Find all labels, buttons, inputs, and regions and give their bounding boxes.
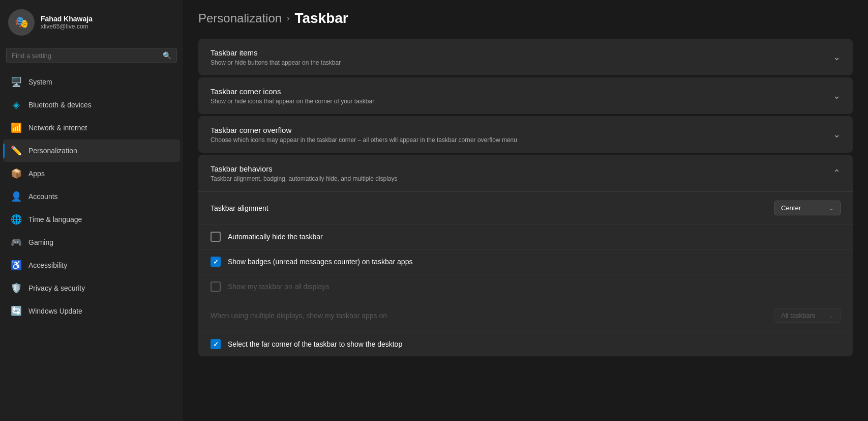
sidebar-item-system[interactable]: 🖥️ System	[3, 71, 180, 93]
taskbar-corner-overflow-section: Taskbar corner overflow Choose which ico…	[198, 116, 853, 153]
taskbar-corner-overflow-subtitle: Choose which icons may appear in the tas…	[211, 136, 517, 144]
breadcrumb-chevron: ›	[287, 14, 289, 23]
sidebar-item-label: Accounts	[28, 192, 58, 201]
taskbar-corner-icons-chevron: ⌄	[833, 90, 841, 101]
sidebar-item-label: Time & language	[28, 215, 82, 223]
search-input[interactable]	[12, 52, 159, 60]
auto-hide-row: Automatically hide the taskbar	[198, 224, 853, 249]
taskbar-behaviors-section: Taskbar behaviors Taskbar alignment, bad…	[198, 155, 853, 356]
badges-checkmark: ✓	[213, 258, 219, 266]
sidebar-item-network[interactable]: 📶 Network & internet	[3, 117, 180, 139]
breadcrumb-parent[interactable]: Personalization	[198, 11, 282, 25]
auto-hide-checkbox[interactable]	[211, 232, 221, 242]
taskbar-corner-icons-header[interactable]: Taskbar corner icons Show or hide icons …	[198, 77, 853, 114]
accounts-icon: 👤	[11, 191, 21, 202]
windows-update-icon: 🔄	[11, 306, 21, 316]
taskbar-items-chevron: ⌄	[833, 51, 841, 63]
auto-hide-label: Automatically hide the taskbar	[228, 233, 323, 241]
taskbar-items-section: Taskbar items Show or hide buttons that …	[198, 39, 853, 75]
sidebar-item-windows-update[interactable]: 🔄 Windows Update	[3, 300, 180, 322]
taskbar-behaviors-header[interactable]: Taskbar behaviors Taskbar alignment, bad…	[198, 155, 853, 191]
accessibility-icon: ♿	[11, 260, 21, 270]
sidebar-item-label: Accessibility	[28, 261, 67, 269]
sidebar-item-time[interactable]: 🌐 Time & language	[3, 208, 180, 231]
taskbar-items-subtitle: Show or hide buttons that appear on the …	[211, 59, 341, 66]
taskbar-corner-overflow-title: Taskbar corner overflow	[211, 126, 517, 134]
breadcrumb: Personalization › Taskbar	[198, 10, 853, 26]
taskbar-items-title: Taskbar items	[211, 48, 341, 57]
alignment-label: Taskbar alignment	[211, 204, 268, 212]
far-corner-label: Select the far corner of the taskbar to …	[228, 340, 402, 348]
taskbar-corner-icons-subtitle: Show or hide icons that appear on the co…	[211, 98, 374, 105]
avatar: 🎭	[8, 9, 35, 36]
taskbar-corner-icons-section: Taskbar corner icons Show or hide icons …	[198, 77, 853, 114]
badges-row: ✓ Show badges (unread messages counter) …	[198, 249, 853, 274]
taskbar-behaviors-chevron: ⌃	[833, 167, 841, 179]
sidebar-item-label: Bluetooth & devices	[28, 101, 92, 109]
alignment-value: Center	[781, 204, 801, 212]
multiple-displays-value: All taskbars	[781, 312, 815, 319]
time-icon: 🌐	[11, 214, 21, 224]
multiple-displays-label: When using multiple displays, show my ta…	[211, 312, 387, 320]
sidebar-item-label: Windows Update	[28, 307, 82, 315]
main-content: Personalization › Taskbar Taskbar items …	[183, 0, 868, 421]
taskbar-corner-icons-title-group: Taskbar corner icons Show or hide icons …	[211, 87, 374, 105]
far-corner-checkbox[interactable]: ✓	[211, 339, 221, 349]
user-name: Fahad Khawaja	[41, 15, 93, 23]
alignment-row: Taskbar alignment Center ⌄	[198, 192, 853, 224]
all-displays-label: Show my taskbar on all displays	[228, 283, 329, 291]
sidebar-item-label: Personalization	[28, 147, 77, 155]
taskbar-corner-overflow-header[interactable]: Taskbar corner overflow Choose which ico…	[198, 116, 853, 153]
search-icon: 🔍	[163, 51, 171, 60]
sidebar-item-personalization[interactable]: ✏️ Personalization	[3, 139, 180, 162]
sidebar-item-label: Privacy & security	[28, 284, 85, 292]
all-displays-row: Show my taskbar on all displays	[198, 274, 853, 299]
alignment-dropdown[interactable]: Center ⌄	[774, 201, 841, 215]
multiple-displays-dropdown[interactable]: All taskbars ⌄	[774, 308, 841, 323]
taskbar-items-title-group: Taskbar items Show or hide buttons that …	[211, 48, 341, 66]
taskbar-corner-overflow-title-group: Taskbar corner overflow Choose which ico…	[211, 126, 517, 144]
far-corner-checkmark: ✓	[213, 341, 219, 348]
sidebar-item-bluetooth[interactable]: ◈ Bluetooth & devices	[3, 94, 180, 116]
sidebar: 🎭 Fahad Khawaja xlive65@live.com 🔍 🖥️ Sy…	[0, 0, 183, 421]
taskbar-behaviors-subtitle: Taskbar alignment, badging, automaticall…	[211, 175, 398, 182]
search-container: 🔍	[0, 44, 183, 70]
taskbar-items-header[interactable]: Taskbar items Show or hide buttons that …	[198, 39, 853, 75]
taskbar-behaviors-title-group: Taskbar behaviors Taskbar alignment, bad…	[211, 164, 398, 182]
sidebar-item-gaming[interactable]: 🎮 Gaming	[3, 231, 180, 254]
taskbar-behaviors-title: Taskbar behaviors	[211, 164, 398, 173]
system-icon: 🖥️	[11, 77, 21, 87]
multiple-displays-chevron: ⌄	[829, 312, 834, 319]
taskbar-behaviors-content: Taskbar alignment Center ⌄ Automatically…	[198, 191, 853, 356]
user-email: xlive65@live.com	[41, 23, 93, 30]
badges-label: Show badges (unread messages counter) on…	[228, 258, 412, 266]
personalization-icon: ✏️	[11, 146, 21, 156]
search-box[interactable]: 🔍	[6, 48, 177, 63]
multiple-displays-row: When using multiple displays, show my ta…	[198, 299, 853, 332]
gaming-icon: 🎮	[11, 237, 21, 247]
privacy-icon: 🛡️	[11, 283, 21, 293]
apps-icon: 📦	[11, 169, 21, 179]
sidebar-item-accessibility[interactable]: ♿ Accessibility	[3, 254, 180, 276]
sidebar-item-apps[interactable]: 📦 Apps	[3, 162, 180, 185]
sidebar-item-accounts[interactable]: 👤 Accounts	[3, 185, 180, 208]
alignment-dropdown-chevron: ⌄	[829, 205, 834, 212]
user-profile: 🎭 Fahad Khawaja xlive65@live.com	[0, 0, 183, 44]
sidebar-item-label: System	[28, 78, 52, 86]
sidebar-item-label: Network & internet	[28, 124, 87, 132]
bluetooth-icon: ◈	[11, 100, 21, 110]
sidebar-item-label: Gaming	[28, 238, 53, 246]
taskbar-corner-overflow-chevron: ⌄	[833, 129, 841, 140]
far-corner-row: ✓ Select the far corner of the taskbar t…	[198, 332, 853, 356]
nav-list: 🖥️ System ◈ Bluetooth & devices 📶 Networ…	[0, 70, 183, 421]
user-info: Fahad Khawaja xlive65@live.com	[41, 15, 93, 30]
taskbar-corner-icons-title: Taskbar corner icons	[211, 87, 374, 96]
breadcrumb-current: Taskbar	[294, 10, 348, 26]
network-icon: 📶	[11, 123, 21, 133]
all-displays-checkbox[interactable]	[211, 282, 221, 292]
sidebar-item-label: Apps	[28, 170, 45, 178]
badges-checkbox[interactable]: ✓	[211, 257, 221, 267]
sidebar-item-privacy[interactable]: 🛡️ Privacy & security	[3, 277, 180, 299]
